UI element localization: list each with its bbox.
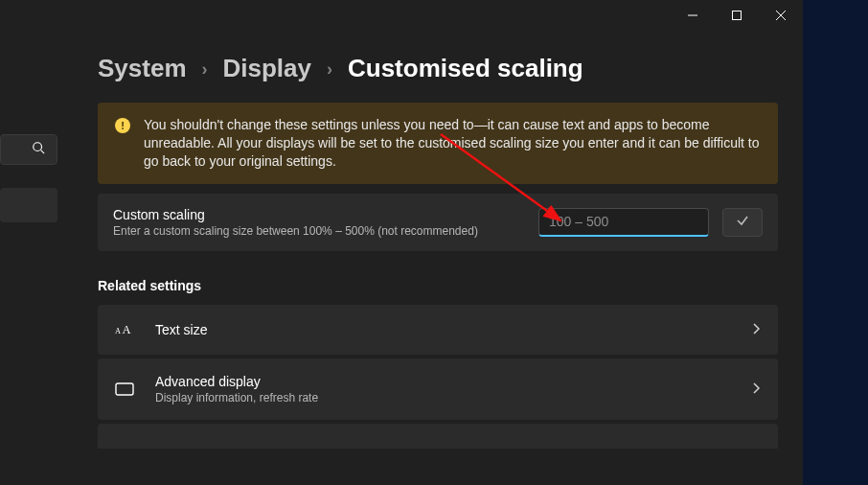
apply-button[interactable] [722, 208, 763, 237]
check-icon [735, 213, 750, 232]
chevron-right-icon [751, 321, 761, 338]
minimize-button[interactable] [671, 0, 715, 31]
warning-text: You shouldn't change these settings unle… [144, 116, 761, 171]
breadcrumb-current: Customised scaling [348, 54, 583, 83]
sidebar [0, 134, 57, 222]
graphics-icon [115, 432, 134, 451]
svg-line-5 [41, 150, 45, 154]
related-settings-heading: Related settings [98, 278, 778, 293]
display-icon [115, 380, 134, 399]
chevron-right-icon: › [327, 59, 332, 80]
breadcrumb: System › Display › Customised scaling [98, 54, 778, 83]
svg-rect-8 [116, 383, 133, 395]
warning-banner: ! You shouldn't change these settings un… [98, 103, 778, 184]
search-input[interactable] [0, 134, 57, 165]
custom-scaling-input[interactable] [538, 208, 709, 237]
title-bar [0, 0, 803, 31]
search-icon [32, 141, 45, 158]
close-button[interactable] [759, 0, 803, 31]
breadcrumb-system[interactable]: System [98, 54, 187, 83]
svg-text:A: A [115, 327, 121, 335]
advanced-display-row[interactable]: Advanced display Display information, re… [98, 358, 778, 420]
maximize-button[interactable] [715, 0, 759, 31]
svg-point-4 [34, 143, 42, 151]
custom-scaling-card: Custom scaling Enter a custom scaling si… [98, 194, 778, 251]
settings-window: System › Display › Customised scaling ! … [0, 0, 803, 485]
warning-icon: ! [115, 118, 130, 133]
content-area: System › Display › Customised scaling ! … [98, 54, 778, 452]
chevron-right-icon [751, 381, 761, 398]
custom-scaling-title: Custom scaling [113, 207, 525, 222]
text-size-icon: A A [115, 320, 134, 339]
svg-text:A: A [123, 323, 131, 336]
advanced-display-title: Advanced display [155, 374, 730, 389]
custom-scaling-subtitle: Enter a custom scaling size between 100%… [113, 224, 525, 238]
sidebar-item[interactable] [0, 188, 57, 222]
setting-row[interactable] [98, 424, 778, 449]
chevron-right-icon: › [202, 59, 208, 80]
breadcrumb-display[interactable]: Display [223, 54, 312, 83]
svg-rect-1 [733, 12, 742, 20]
text-size-title: Text size [155, 322, 730, 337]
text-size-row[interactable]: A A Text size [98, 305, 778, 355]
advanced-display-subtitle: Display information, refresh rate [155, 391, 730, 404]
